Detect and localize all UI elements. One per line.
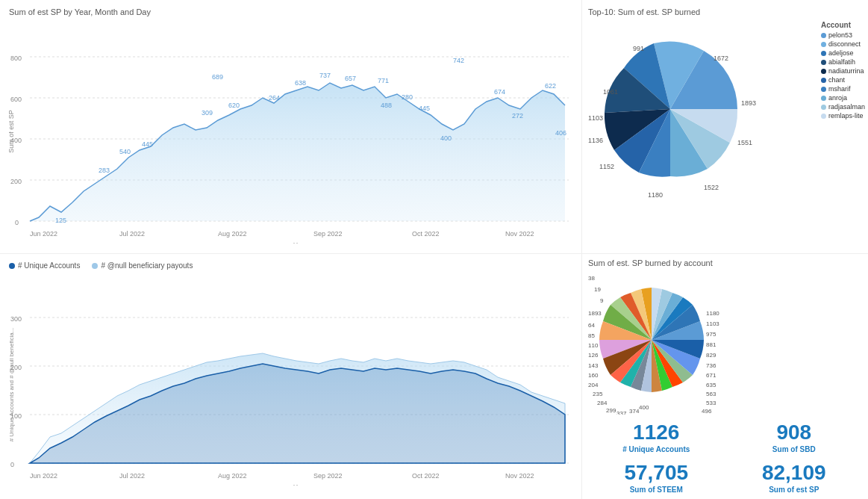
pl-19: 19 [594,286,601,293]
legend-color-adeljose [821,51,826,56]
stat-sbd-label: Sum of SBD [729,445,860,453]
x-label-b-jun: Jun 2022 [30,472,57,480]
stat-unique-accounts: 1126 # Unique Accounts [588,418,725,456]
pl-9: 9 [600,297,604,304]
dashboard: Sum of est SP by Year, Month and Day 0 2… [0,0,868,499]
label-742: 742 [453,57,464,64]
bottom-right-panel: Sum of est. SP burned by account [582,254,868,499]
legend-item-chant: chant [821,76,865,84]
label-488: 488 [381,102,392,109]
y-axis-title-b: # Unique Accounts and # @null beneficia.… [9,328,15,442]
legend-label-remlaps-lite: remlaps-lite [828,112,864,120]
label-309: 309 [202,109,213,117]
legend-label-adeljose: adeljose [828,49,854,57]
label-400: 400 [440,134,452,142]
legend-null-payouts: # @null beneficiary payouts [92,261,193,270]
y-tick-b-0: 0 [10,461,14,468]
pl-337: 337 [616,410,627,415]
top-right-panel: Top-10: Sum of est. SP burned [582,0,868,254]
x-label-nov: Nov 2022 [505,230,534,238]
x-label-oct: Oct 2022 [412,230,440,238]
label-445: 445 [142,140,153,148]
pr-496: 496 [702,408,712,415]
x-label-aug: Aug 2022 [218,230,247,238]
pie-label-1893: 1893 [741,99,756,107]
top-left-panel: Sum of est SP by Year, Month and Day 0 2… [0,0,582,254]
stat-unique-label: # Unique Accounts [591,445,722,453]
label-445b: 445 [419,105,430,112]
pie-label-1061: 1061 [603,88,618,96]
label-540: 540 [119,148,131,155]
label-620: 620 [228,102,240,109]
label-674: 674 [494,88,505,96]
x-label-jul: Jul 2022 [119,230,145,238]
x-label-b-oct: Oct 2022 [412,472,440,480]
top-left-title: Sum of est SP by Year, Month and Day [9,7,572,16]
pr-829: 829 [706,352,716,359]
pl-204: 204 [588,382,599,388]
stat-steem-label: Sum of STEEM [591,486,722,494]
pl-160: 160 [588,372,599,379]
pie-label-1103: 1103 [588,114,603,122]
y-tick-600: 600 [10,96,22,103]
x-label-b-sep: Sep 2022 [313,472,343,480]
legend-item-anroja: anroja [821,94,865,102]
x-label-sep: Sep 2022 [313,230,343,238]
pr-1180: 1180 [706,310,719,317]
label-622: 622 [545,82,556,90]
legend-label-abialfatih: abialfatih [828,58,855,66]
pl-284: 284 [597,400,608,406]
x-label-b-jul: Jul 2022 [119,472,145,480]
legend-unique-accounts: # Unique Accounts [9,261,80,270]
legend-color-radjasalman [821,105,826,110]
label-689: 689 [212,73,223,81]
bottom-left-legend: # Unique Accounts # @null beneficiary pa… [9,261,572,270]
legend-item-abialfatih: abialfatih [821,58,865,66]
stat-estsp-value: 82,109 [729,462,860,483]
pie-label-1136: 1136 [588,137,603,144]
x-label-jun: Jun 2022 [30,230,57,238]
legend-color-anroja [821,96,826,101]
legend-color-nadiaturrina [821,69,826,74]
area-fill [30,83,565,221]
pr-563: 563 [706,391,716,397]
legend-item-adeljose: adeljose [821,49,865,57]
legend-color-disconnect [821,42,826,47]
label-406: 406 [555,129,566,137]
pr-881: 881 [706,341,716,348]
pl-38: 38 [588,275,595,282]
y-tick-0: 0 [15,219,19,226]
pr-533: 533 [706,400,716,406]
legend-color-chant [821,78,826,83]
label-638: 638 [295,79,306,87]
legend-label-null: # @null beneficiary payouts [101,261,193,270]
pie-label-1152: 1152 [599,163,614,170]
legend-label-radjasalman: radjasalman [828,103,865,111]
label-272: 272 [512,112,523,120]
pl-110: 110 [588,342,599,349]
legend-dot-null [92,263,98,269]
label-657: 657 [345,75,356,82]
pl-64: 64 [588,322,595,329]
pr-635: 635 [706,382,716,388]
pl-235: 235 [593,391,603,397]
stat-sbd-value: 908 [729,422,860,443]
legend-label-chant: chant [828,76,845,84]
legend-label-nadiaturrina: nadiaturrina [828,67,864,75]
label-771: 771 [378,77,389,84]
stat-sum-sbd: 908 Sum of SBD [726,418,863,456]
legend-color-msharif [821,87,826,92]
pr-1103: 1103 [706,320,719,327]
label-283: 283 [99,167,110,174]
legend-color-abialfatih [821,60,826,65]
pl-1893: 1893 [588,310,602,317]
pr-736: 736 [706,362,716,369]
legend-label-msharif: msharif [828,85,851,93]
pl-299: 299 [606,407,616,414]
stat-sum-steem: 57,705 Sum of STEEM [588,458,725,497]
legend-label-anroja: anroja [828,94,847,102]
bottom-left-panel: # Unique Accounts # @null beneficiary pa… [0,254,582,499]
x-label-b-aug: Aug 2022 [218,472,247,480]
stat-estsp-label: Sum of est SP [729,486,860,494]
legend-item-msharif: msharif [821,85,865,93]
